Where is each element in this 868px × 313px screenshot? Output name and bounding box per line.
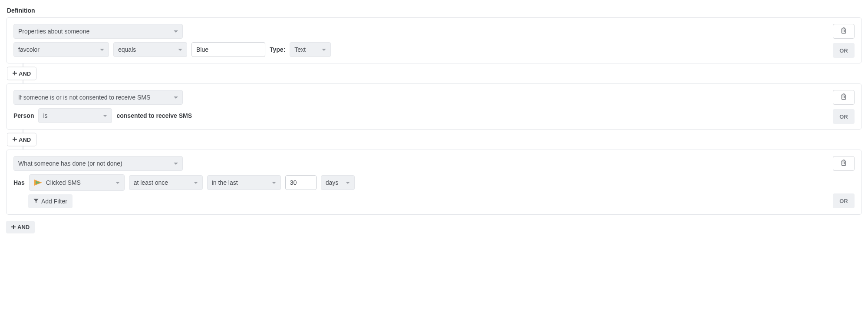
and-connector: AND [6, 63, 862, 83]
condition-type-label: What someone has done (or not done) [18, 160, 122, 167]
condition-type-select[interactable]: Properties about someone [13, 24, 183, 39]
property-select[interactable]: favcolor [13, 42, 109, 57]
chevron-down-icon [116, 182, 120, 184]
condition-card: OR Properties about someone favcolor equ… [6, 17, 862, 63]
consent-suffix: consented to receive SMS [116, 112, 192, 119]
delete-button[interactable] [833, 24, 855, 39]
add-filter-label: Add Filter [41, 198, 67, 205]
person-label: Person [13, 112, 34, 119]
timeframe-mode-select[interactable]: in the last [207, 175, 281, 190]
and-label: AND [19, 70, 31, 77]
condition-type-label: If someone is or is not consented to rec… [18, 94, 150, 101]
condition-card: OR If someone is or is not consented to … [6, 83, 862, 130]
operator-label: equals [118, 46, 136, 53]
metric-label: Clicked SMS [46, 179, 81, 186]
chevron-down-icon [346, 182, 350, 184]
chevron-down-icon [194, 182, 198, 184]
timeframe-unit-label: days [326, 179, 339, 186]
klaviyo-icon [34, 178, 43, 187]
type-value-label: Text [294, 46, 306, 53]
chevron-down-icon [100, 49, 104, 51]
filter-icon [33, 198, 39, 205]
type-select[interactable]: Text [290, 42, 331, 57]
and-connector: AND [6, 130, 862, 150]
delete-button[interactable] [833, 90, 855, 105]
frequency-label: at least once [134, 179, 168, 186]
condition-type-label: Properties about someone [18, 28, 89, 35]
chevron-down-icon [174, 97, 178, 99]
timeframe-mode-label: in the last [212, 179, 238, 186]
or-button[interactable]: OR [833, 109, 855, 124]
plus-icon [13, 70, 17, 77]
or-button[interactable]: OR [833, 193, 855, 208]
condition-card: OR What someone has done (or not done) H… [6, 150, 862, 215]
trash-icon [841, 93, 847, 101]
frequency-select[interactable]: at least once [129, 175, 203, 190]
chevron-down-icon [103, 115, 107, 117]
trash-icon [841, 160, 847, 167]
chevron-down-icon [174, 163, 178, 165]
timeframe-unit-select[interactable]: days [321, 175, 355, 190]
and-button[interactable]: AND [7, 133, 36, 147]
section-title: Definition [7, 7, 862, 14]
plus-icon [13, 137, 17, 143]
chevron-down-icon [178, 49, 182, 51]
or-button[interactable]: OR [833, 43, 855, 58]
person-op-label: is [43, 112, 47, 119]
and-button[interactable]: AND [7, 67, 36, 80]
and-label: AND [17, 224, 30, 230]
chevron-down-icon [272, 182, 276, 184]
condition-type-select[interactable]: What someone has done (or not done) [13, 156, 183, 171]
person-op-select[interactable]: is [38, 108, 112, 123]
chevron-down-icon [174, 30, 178, 33]
timeframe-value-input[interactable] [285, 175, 317, 190]
value-input[interactable] [191, 42, 265, 57]
trash-icon [841, 27, 847, 35]
has-label: Has [13, 179, 25, 186]
add-filter-button[interactable]: Add Filter [28, 194, 73, 208]
and-button[interactable]: AND [6, 221, 35, 233]
and-label: AND [19, 137, 31, 143]
metric-select[interactable]: Clicked SMS [29, 174, 125, 191]
delete-button[interactable] [833, 156, 855, 171]
type-label: Type: [270, 46, 285, 53]
operator-select[interactable]: equals [113, 42, 187, 57]
property-label: favcolor [18, 46, 40, 53]
chevron-down-icon [322, 49, 326, 51]
plus-icon [11, 224, 16, 230]
condition-type-select[interactable]: If someone is or is not consented to rec… [13, 90, 183, 105]
